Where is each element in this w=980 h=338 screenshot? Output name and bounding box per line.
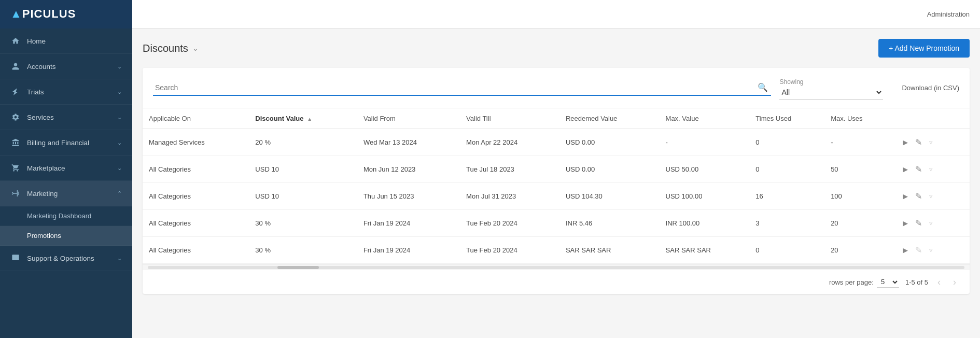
page-title-chevron: ⌄: [192, 44, 199, 52]
scrollbar-track: [148, 266, 964, 269]
sidebar-label-accounts: Accounts: [27, 63, 56, 71]
cell-discount-value: USD 10: [249, 156, 357, 183]
billing-icon: [10, 137, 21, 148]
activate-button[interactable]: ▶: [900, 245, 911, 255]
main-content: Discounts ⌄ + Add New Promotion 🔍 Showin…: [132, 29, 980, 338]
table-row: All Categories 30 % Fri Jan 19 2024 Tue …: [143, 237, 970, 264]
cell-redeemed-value: USD 0.00: [559, 129, 660, 156]
table-row: All Categories 30 % Fri Jan 19 2024 Tue …: [143, 210, 970, 237]
sidebar-label-marketplace: Marketplace: [27, 164, 65, 172]
edit-button: ✎: [912, 244, 925, 256]
delete-button: ▿: [926, 164, 936, 174]
sidebar-item-marketplace[interactable]: Marketplace ⌄: [0, 156, 132, 181]
home-icon: [10, 36, 21, 46]
rows-per-page: rows per page: 5 10 25 50: [829, 276, 899, 288]
sidebar-item-home[interactable]: Home: [0, 29, 132, 54]
showing-select[interactable]: All Active Inactive Expired: [779, 88, 883, 97]
cell-max-uses: -: [824, 129, 893, 156]
table-header: Applicable On Discount Value ▲ Valid Fro…: [143, 108, 970, 129]
page-range: 1-5 of 5: [905, 278, 928, 286]
cell-applicable-on: All Categories: [143, 210, 249, 237]
cell-applicable-on: All Categories: [143, 183, 249, 210]
cell-valid-till: Mon Apr 22 2024: [460, 129, 559, 156]
table-container: Applicable On Discount Value ▲ Valid Fro…: [143, 108, 970, 264]
marketplace-chevron: ⌄: [117, 165, 122, 172]
cell-actions: ▶ ✎ ▿: [893, 183, 970, 209]
cell-redeemed-value: INR 5.46: [559, 210, 660, 237]
add-promotion-button[interactable]: + Add New Promotion: [878, 39, 970, 58]
delete-button: ▿: [926, 218, 936, 228]
cell-max-uses: 50: [824, 156, 893, 183]
logo: ▲PICULUS: [0, 0, 132, 29]
cell-valid-from: Fri Jan 19 2024: [357, 210, 460, 237]
showing-label: Showing: [779, 78, 803, 86]
cell-discount-value: 30 %: [249, 237, 357, 264]
cell-actions: ▶ ✎ ▿: [893, 210, 970, 236]
cell-max-uses: 100: [824, 183, 893, 210]
scrollbar-area[interactable]: [143, 264, 970, 270]
col-valid-till: Valid Till: [460, 108, 559, 129]
accounts-icon: [10, 61, 21, 72]
edit-button[interactable]: ✎: [912, 136, 925, 148]
activate-button[interactable]: ▶: [900, 218, 911, 228]
cell-discount-value: 20 %: [249, 129, 357, 156]
sidebar-label-trials: Trials: [27, 88, 44, 96]
sidebar-item-billing[interactable]: Billing and Financial ⌄: [0, 130, 132, 156]
scrollbar-thumb: [277, 266, 319, 269]
edit-button[interactable]: ✎: [912, 163, 925, 175]
cell-redeemed-value: USD 104.30: [559, 183, 660, 210]
sidebar-item-support[interactable]: Support & Operations ⌄: [0, 246, 132, 271]
sidebar-subitem-promotions[interactable]: Promotions: [0, 226, 132, 246]
search-input[interactable]: [153, 80, 771, 95]
activate-button[interactable]: ▶: [900, 191, 911, 201]
support-icon: [10, 253, 21, 263]
col-valid-from: Valid From: [357, 108, 460, 129]
sidebar-subitem-marketing-dashboard[interactable]: Marketing Dashboard: [0, 206, 132, 226]
table-row: Managed Services 20 % Wed Mar 13 2024 Mo…: [143, 129, 970, 156]
filter-bar: 🔍 Showing All Active Inactive Expired Do…: [143, 68, 970, 108]
cell-redeemed-value: USD 0.00: [559, 156, 660, 183]
showing-select-wrapper: All Active Inactive Expired: [779, 86, 883, 100]
cell-applicable-on: Managed Services: [143, 129, 249, 156]
sidebar-label-support: Support & Operations: [27, 255, 94, 262]
cell-actions: ▶ ✎ ▿: [893, 237, 970, 263]
cell-times-used: 0: [749, 129, 824, 156]
trials-chevron: ⌄: [117, 89, 122, 95]
cell-discount-value: USD 10: [249, 183, 357, 210]
sidebar-label-billing: Billing and Financial: [27, 139, 89, 147]
cell-max-value: USD 50.00: [660, 156, 750, 183]
activate-button[interactable]: ▶: [900, 137, 911, 147]
sidebar-item-accounts[interactable]: Accounts ⌄: [0, 54, 132, 79]
edit-button[interactable]: ✎: [912, 190, 925, 202]
cell-actions: ▶ ✎ ▿: [893, 129, 970, 156]
rows-per-page-label: rows per page:: [829, 278, 874, 286]
cell-valid-from: Wed Mar 13 2024: [357, 129, 460, 156]
sidebar-item-services[interactable]: Services ⌄: [0, 105, 132, 130]
activate-button[interactable]: ▶: [900, 164, 911, 174]
rows-per-page-select[interactable]: 5 10 25 50: [877, 276, 899, 288]
cell-actions: ▶ ✎ ▿: [893, 156, 970, 182]
cell-max-value: SAR SAR SAR: [660, 237, 750, 264]
sidebar-item-trials[interactable]: Trials ⌄: [0, 79, 132, 105]
next-page-button[interactable]: ›: [950, 276, 959, 288]
download-csv-link[interactable]: Download (in CSV): [902, 84, 959, 92]
cell-discount-value: 30 %: [249, 210, 357, 237]
accounts-chevron: ⌄: [117, 63, 122, 70]
cell-max-value: INR 100.00: [660, 210, 750, 237]
col-times-used: Times Used: [749, 108, 824, 129]
services-icon: [10, 112, 21, 122]
sidebar-item-marketing[interactable]: Marketing ⌃: [0, 181, 132, 206]
prev-page-button[interactable]: ‹: [934, 276, 944, 288]
edit-button[interactable]: ✎: [912, 217, 925, 229]
cell-valid-till: Tue Feb 20 2024: [460, 237, 559, 264]
cell-times-used: 16: [749, 183, 824, 210]
cell-valid-till: Tue Feb 20 2024: [460, 210, 559, 237]
sidebar-label-marketing: Marketing: [27, 190, 58, 198]
cell-times-used: 0: [749, 237, 824, 264]
delete-button: ▿: [926, 137, 936, 147]
topbar: ▲PICULUS Administration: [0, 0, 980, 29]
search-wrapper: 🔍: [153, 80, 771, 96]
marketing-chevron: ⌃: [117, 190, 122, 197]
cell-valid-till: Tue Jul 18 2023: [460, 156, 559, 183]
cell-valid-from: Thu Jun 15 2023: [357, 183, 460, 210]
